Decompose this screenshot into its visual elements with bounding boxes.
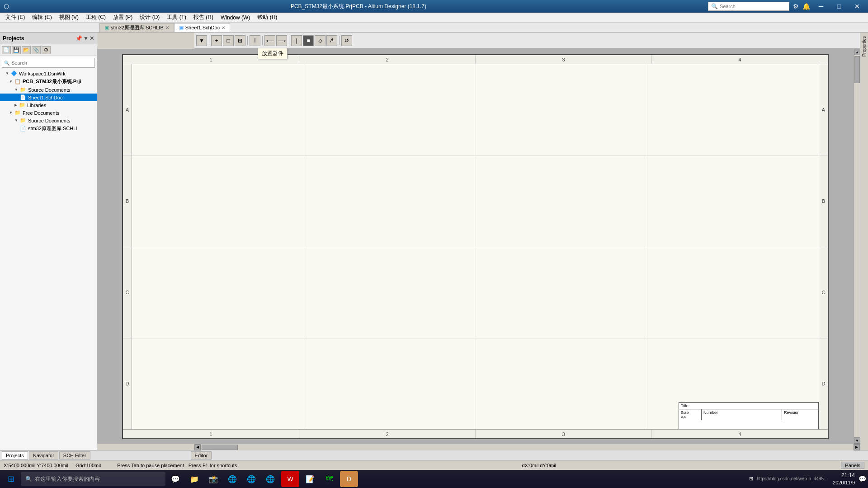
menu-project[interactable]: 工程 (C) [82,13,109,22]
tree-free-docs[interactable]: ▼ 📁 Free Documents [0,109,97,117]
sheet1-label: Sheet1.SchDoc [28,95,62,100]
close-button[interactable]: ✕ [850,2,864,11]
tab-schlib[interactable]: ▣ stm32原理图库.SCHLIB ✕ [99,23,174,32]
minimize-button[interactable]: ─ [814,2,828,11]
taskbar-notification-btn[interactable]: 💬 [859,475,866,483]
menu-window[interactable]: Window (W) [217,14,254,22]
right-tab-properties[interactable]: Properties [861,33,868,61]
taskbar-note-btn[interactable]: 📝 [301,471,319,487]
tree-source-docs[interactable]: ▼ 📁 Source Documents [0,86,97,94]
taskbar-url: https://blog.csdn.net/weixin_449589468 [757,476,829,481]
taskbar-map-btn[interactable]: 🗺 [320,471,338,487]
toolbar-save-btn[interactable]: 💾 [12,46,21,54]
maximize-button[interactable]: □ [832,2,846,11]
settings-icon[interactable]: ⚙ [793,3,799,10]
tree-sheet1[interactable]: 📄 Sheet1.SchDoc [0,94,97,101]
menu-edit[interactable]: 编辑 (E) [28,13,55,22]
btab-editor[interactable]: Editor [191,451,212,460]
menu-place[interactable]: 放置 (P) [109,13,136,22]
start-button[interactable]: ⊞ [2,471,20,487]
ribbon-fill-btn[interactable]: ■ [303,35,314,46]
ribbon-undo-btn[interactable]: ↺ [341,35,352,46]
taskbar-photo-btn[interactable]: 📸 [204,471,222,487]
vscroll-thumb[interactable] [854,56,860,83]
ribbon-arrowl-btn[interactable]: ⟵ [264,35,275,46]
right-sidebar: Properties [860,33,868,450]
ribbon-lineh-btn[interactable]: | [291,35,302,46]
left-panel: Projects 📌 ▼ ✕ 📄 💾 📂 📎 ⚙ 🔍 ▼ 🔷 Workspace… [0,33,97,450]
ribbon-grid-btn[interactable]: ⊞ [235,35,245,46]
btab-navigator[interactable]: Navigator [29,451,58,460]
taskbar-wps-btn[interactable]: W [281,471,299,487]
workspace-arrow: ▼ [5,71,9,75]
tree-libraries[interactable]: ▶ 📁 Libraries [0,101,97,109]
menu-view[interactable]: 视图 (V) [56,13,82,22]
horizontal-scrollbar[interactable]: ◀ ▶ [194,444,860,450]
grid-v-3 [647,64,647,429]
titlebar-search[interactable]: 🔍 [708,2,789,11]
titlebar: ⬡ PCB_STM32最小系统.PrjPCB - Altium Designer… [0,0,868,13]
toolbar-new-file-btn[interactable]: 📄 [2,46,11,54]
tree-project[interactable]: ▼ 📋 PCB_STM32最小系统.Prji [0,77,97,86]
vscroll-up-btn[interactable]: ▲ [854,49,860,55]
ribbon-shape-btn[interactable]: ◇ [315,35,326,46]
tree-workspace[interactable]: ▼ 🔷 Workspace1.DsnWrk [0,70,97,77]
taskbar-date: 2020/11/9 [833,479,855,486]
tab-schdoc-label: Sheet1.SchDoc [185,25,220,30]
taskbar-edge-btn[interactable]: 🌐 [223,471,241,487]
btab-schfilter[interactable]: SCH Filter [59,451,90,460]
menu-report[interactable]: 报告 (R) [190,13,217,22]
canvas-wrapper: ▼ + □ ⊞ I ⟵ ⟶ | ■ ◇ A ↺ 放置器件 [97,33,860,450]
taskbar-altium-btn[interactable]: D [340,471,358,487]
ribbon-arrowr-btn[interactable]: ⟶ [276,35,287,46]
status-grid: Grid:100mil [75,463,101,468]
taskbar-chrome1-btn[interactable]: 🌐 [242,471,260,487]
hscroll-left-btn[interactable]: ◀ [194,444,201,450]
panel-menu-btn[interactable]: ▼ [83,35,89,42]
ribbon-linev-btn[interactable]: I [250,35,260,46]
bell-icon[interactable]: 🔔 [802,3,810,10]
taskbar-explorer-btn[interactable]: 📁 [185,471,203,487]
ribbon-text-btn[interactable]: A [326,35,337,46]
tree-schlib[interactable]: 📄 stm32原理图库.SCHLI [0,124,97,133]
tab-schdoc-close[interactable]: ✕ [222,25,225,30]
search-input[interactable] [720,4,783,9]
ribbon-rect-btn[interactable]: □ [223,35,234,46]
vscroll-track[interactable] [854,55,860,437]
hscroll-thumb[interactable] [202,445,238,450]
toolbar-open-btn[interactable]: 📂 [22,46,31,54]
panels-button[interactable]: Panels [841,462,864,469]
menu-tools[interactable]: 工具 (T) [163,13,190,22]
source-docs-2-icon: 📁 [20,117,26,123]
canvas-area[interactable]: 1 2 3 4 1 2 3 4 A B [97,49,854,444]
source-docs-icon: 📁 [20,87,26,93]
panel-pin-btn[interactable]: 📌 [75,35,82,42]
menu-design[interactable]: 设计 (D) [136,13,163,22]
vscroll-down-btn[interactable]: ▼ [854,437,860,444]
btab-projects[interactable]: Projects [2,451,28,460]
tree-source-docs-2[interactable]: ▼ 📁 Source Documents [0,117,97,124]
statusbar: X:5400.000mil Y:7400.000mil Grid:100mil … [0,460,868,470]
project-search-input[interactable] [11,60,93,66]
tab-schdoc[interactable]: ▣ Sheet1.SchDoc ✕ [174,23,230,32]
tab-schlib-close[interactable]: ✕ [165,25,169,30]
ribbon-add-btn[interactable]: + [211,35,222,46]
source-docs-2-arrow: ▼ [14,118,18,122]
hscroll-right-btn[interactable]: ▶ [854,444,860,450]
panel-close-btn[interactable]: ✕ [90,35,94,42]
tb-revision-cell: Revision [782,409,818,420]
row-marker-right-b: B [819,155,828,247]
taskbar-search-box[interactable]: 🔍 在这里输入你要搜索的内容 [21,472,165,486]
taskbar-chat-btn[interactable]: 💬 [166,471,184,487]
toolbar-settings-btn[interactable]: ⚙ [42,46,51,54]
project-search-box[interactable]: 🔍 [2,58,95,68]
taskbar-chrome2-btn[interactable]: 🌐 [261,471,279,487]
menu-file[interactable]: 文件 (E) [2,13,28,22]
taskbar-display-btn[interactable]: ⊞ [749,476,753,482]
ribbon-filter-btn[interactable]: ▼ [196,35,207,46]
menu-help[interactable]: 帮助 (H) [254,13,281,22]
vertical-scrollbar[interactable]: ▲ ▼ [854,49,860,444]
free-docs-icon: 📁 [14,110,21,116]
hscroll-track[interactable] [201,444,854,450]
toolbar-close-btn[interactable]: 📎 [32,46,41,54]
